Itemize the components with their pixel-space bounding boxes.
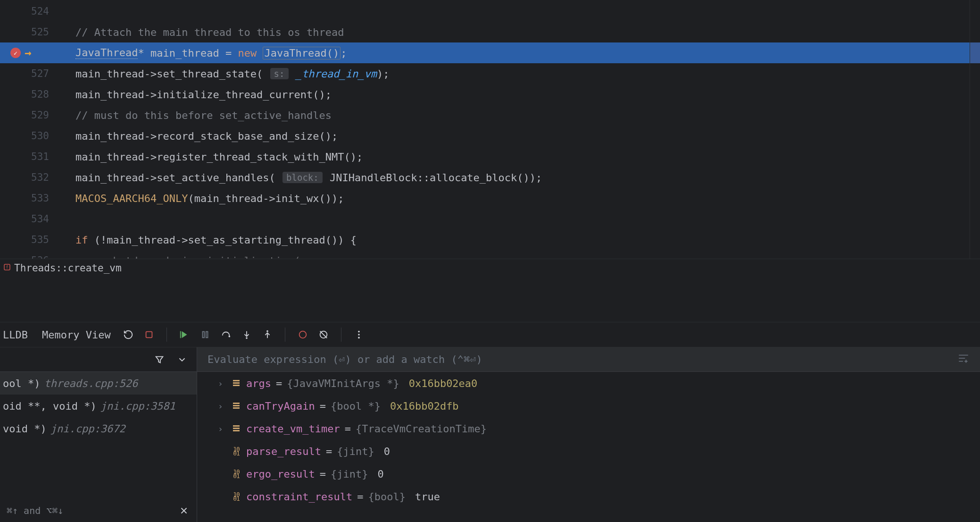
frame-signature: void *) <box>3 423 47 435</box>
variable-type: {jint} <box>337 446 374 457</box>
struct-icon <box>231 423 241 435</box>
code-line[interactable] <box>58 209 970 229</box>
code-editor[interactable]: 524525→527528529530531532533534535536 //… <box>0 0 980 259</box>
gutter-line-525[interactable]: 525 <box>0 22 58 42</box>
line-number: 534 <box>31 213 49 225</box>
step-into-icon[interactable] <box>241 328 253 341</box>
gutter-line-529[interactable]: 529 <box>0 105 58 126</box>
variable-row[interactable]: 10 01constraint_result = {bool} true <box>197 485 980 508</box>
variable-row[interactable]: ›create_vm_timer = {TraceVmCreationTime} <box>197 417 980 440</box>
pause-icon[interactable] <box>199 328 211 341</box>
gutter-line-527[interactable]: 527 <box>0 63 58 84</box>
tab-lldb[interactable]: LLDB <box>0 329 31 341</box>
more-icon[interactable] <box>353 328 365 341</box>
int-icon: 10 01 <box>231 470 241 478</box>
chevron-down-icon[interactable] <box>176 354 188 366</box>
function-icon: f <box>4 263 10 272</box>
line-number: 527 <box>31 68 49 79</box>
tab-memory-view[interactable]: Memory View <box>39 329 114 341</box>
code-line[interactable]: main_thread->initialize_thread_current()… <box>58 84 970 105</box>
equals: = <box>326 446 332 457</box>
mute-breakpoints-icon[interactable] <box>317 328 330 341</box>
step-over-icon[interactable] <box>220 328 232 341</box>
code-token: main_thread->register_thread_stack_with_… <box>75 151 363 163</box>
code-token: vm_shutdown_during_initialization( <box>75 255 300 259</box>
code-line[interactable] <box>58 1 970 22</box>
gutter-line-530[interactable]: 530 <box>0 126 58 146</box>
svg-rect-22 <box>233 430 240 431</box>
code-token: main_thread <box>150 47 225 59</box>
code-token: main_thread->set_active_handles( <box>75 172 282 184</box>
param-hint: block: <box>282 172 323 183</box>
variable-type: {JavaVMInitArgs *} <box>287 378 399 389</box>
comment: // must do this before set_active_handle… <box>75 109 332 121</box>
int-icon: 10 01 <box>231 447 241 455</box>
filter-icon[interactable] <box>153 354 166 366</box>
equals: = <box>320 400 326 412</box>
variable-type: {TraceVmCreationTime} <box>356 423 487 435</box>
resume-icon[interactable] <box>178 328 191 341</box>
close-icon[interactable] <box>178 505 190 517</box>
breakpoint-icon[interactable] <box>10 48 21 58</box>
view-breakpoints-icon[interactable] <box>297 328 309 341</box>
line-number: 525 <box>31 26 49 38</box>
comment: // Attach the main thread to this os thr… <box>75 26 344 38</box>
code-line[interactable]: main_thread->set_thread_state( s: _threa… <box>58 63 970 84</box>
step-out-icon[interactable] <box>261 328 274 341</box>
code-line[interactable]: main_thread->register_thread_stack_with_… <box>58 146 970 167</box>
rerun-icon[interactable] <box>122 328 134 341</box>
code-line[interactable]: main_thread->set_active_handles( block: … <box>58 167 970 188</box>
gutter-line-531[interactable]: 531 <box>0 146 58 167</box>
code-token: ); <box>377 68 390 80</box>
struct-icon <box>231 378 241 389</box>
code-token <box>290 68 296 80</box>
variable-name: parse_result <box>246 446 321 457</box>
frame-location: threads.cpp:526 <box>44 378 138 389</box>
code-line[interactable]: main_thread->record_stack_base_and_size(… <box>58 126 970 146</box>
add-watch-icon[interactable] <box>957 352 970 367</box>
expand-chevron-icon[interactable]: › <box>218 379 226 388</box>
gutter-line-exec[interactable]: → <box>0 42 58 63</box>
code-line[interactable]: JavaThread* main_thread = new JavaThread… <box>58 42 970 63</box>
code-line[interactable]: // must do this before set_active_handle… <box>58 105 970 126</box>
gutter-line-528[interactable]: 528 <box>0 84 58 105</box>
minimap[interactable] <box>970 0 980 259</box>
svg-rect-15 <box>233 382 240 384</box>
variable-row[interactable]: ›args = {JavaVMInitArgs *} 0x16bb02ea0 <box>197 372 980 395</box>
stack-frame[interactable]: void *)jni.cpp:3672 <box>0 417 197 440</box>
frames-footer: ⌘↑ and ⌥⌘↓ <box>0 499 197 522</box>
breadcrumb[interactable]: f Threads::create_vm <box>0 259 980 277</box>
equals: = <box>320 468 326 480</box>
code-token: main_thread->record_stack_base_and_size(… <box>75 130 338 142</box>
svg-rect-4 <box>202 332 204 338</box>
stack-frame[interactable]: ool *)threads.cpp:526 <box>0 372 197 395</box>
stack-frame[interactable]: oid **, void *)jni.cpp:3581 <box>0 395 197 417</box>
gutter-line-524[interactable]: 524 <box>0 1 58 22</box>
frames-nav-hint: ⌘↑ and ⌥⌘↓ <box>7 505 63 516</box>
gutter-line-533[interactable]: 533 <box>0 188 58 209</box>
gutter[interactable]: 524525→527528529530531532533534535536 <box>0 0 58 259</box>
expand-chevron-icon[interactable]: › <box>218 424 226 434</box>
code-lines[interactable]: // Attach the main thread to this os thr… <box>58 0 970 259</box>
gutter-line-536[interactable]: 536 <box>0 250 58 259</box>
line-number: 535 <box>31 234 49 245</box>
code-token: * <box>138 47 150 59</box>
svg-rect-17 <box>233 403 240 404</box>
gutter-line-535[interactable]: 535 <box>0 229 58 250</box>
variable-row[interactable]: 10 01parse_result = {jint} 0 <box>197 440 980 463</box>
code-line[interactable]: // Attach the main thread to this os thr… <box>58 22 970 42</box>
code-line[interactable]: MACOS_AARCH64_ONLY(main_thread->init_wx(… <box>58 188 970 209</box>
line-number: 524 <box>31 6 49 17</box>
gutter-line-532[interactable]: 532 <box>0 167 58 188</box>
code-line[interactable]: vm_shutdown_during_initialization( <box>58 250 970 259</box>
code-line[interactable]: if (!main_thread->set_as_starting_thread… <box>58 229 970 250</box>
stop-icon[interactable] <box>143 328 155 341</box>
variable-row[interactable]: ›canTryAgain = {bool *} 0x16bb02dfb <box>197 395 980 417</box>
code-token: (!main_thread->set_as_starting_thread())… <box>94 234 357 246</box>
expand-chevron-icon[interactable]: › <box>218 401 226 411</box>
struct-icon <box>231 400 241 412</box>
gutter-line-534[interactable]: 534 <box>0 209 58 229</box>
evaluate-expression-input[interactable]: Evaluate expression (⏎) or add a watch (… <box>197 347 980 372</box>
svg-point-12 <box>358 334 360 336</box>
variable-row[interactable]: 10 01ergo_result = {jint} 0 <box>197 463 980 485</box>
